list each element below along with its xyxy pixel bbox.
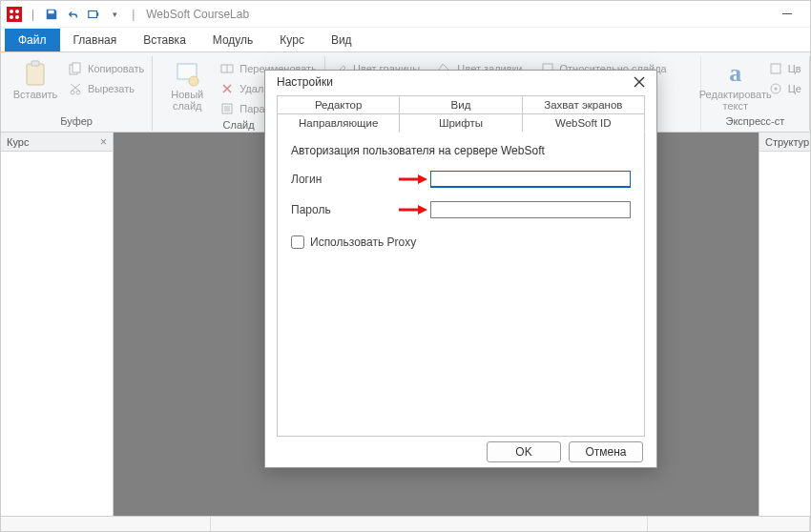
group-title-text: Экспресс-ст [709,113,801,129]
arrow-icon [396,204,430,215]
edit-text-label: Редактировать текст [699,89,772,112]
params-icon [219,101,235,116]
left-panel-title: Курс [7,136,29,148]
tab-home[interactable]: Главная [60,29,131,51]
text-a-icon: a [722,60,749,87]
copy-label: Копировать [88,63,144,74]
cancel-button[interactable]: Отмена [569,441,643,462]
cancel-label: Отмена [585,445,626,459]
svg-point-3 [15,15,19,19]
svg-marker-24 [418,205,427,215]
new-slide-label: Новый слайд [171,89,203,112]
cut-button[interactable]: Вырезать [68,80,144,97]
tab-course[interactable]: Курс [266,29,318,51]
login-input[interactable] [430,171,631,188]
clipboard-icon [22,60,49,87]
ribbon-group-text: a Редактировать текст Цв Це Экспресс-ст [701,56,810,131]
svg-rect-6 [27,64,44,85]
undo-icon[interactable] [65,7,80,22]
left-panel: Курс × [1,133,114,516]
use-proxy-row: Использовать Proxy [291,235,631,249]
dialog-tabs-row2: Направляющие Шрифты WebSoft ID [277,113,645,133]
arrow-icon [396,174,430,185]
delete-icon [219,81,235,96]
new-slide-icon [174,60,200,87]
tab-view[interactable]: Вид [399,95,522,113]
paste-label: Вставить [13,89,58,100]
edit-text-button[interactable]: a Редактировать текст [709,58,762,113]
text-color-label: Цв [788,63,801,74]
dialog-buttons: OK Отмена [265,437,656,467]
dialog-tabs-row1: Редактор Вид Захват экранов [277,95,645,113]
dialog-tabpanel: Авторизация пользователя на сервере WebS… [277,132,645,437]
password-label: Пароль [291,203,396,216]
copy-icon [68,61,83,76]
tab-insert[interactable]: Вставка [130,29,199,51]
qat-dropdown-icon[interactable]: ▾ [107,7,122,22]
paste-button[interactable]: Вставить [9,58,62,113]
tab-file[interactable]: Файл [5,29,60,51]
text-color-button[interactable]: Цв [768,60,801,77]
svg-point-0 [10,10,13,13]
text-target-label: Це [788,83,801,94]
use-proxy-checkbox[interactable] [291,235,304,249]
svg-point-13 [189,76,198,86]
svg-point-20 [774,88,777,91]
qat-separator: | [132,8,135,21]
text-target-button[interactable]: Це [768,80,801,97]
redo-icon[interactable] [86,7,101,22]
app-icon [7,7,22,22]
svg-rect-7 [31,61,39,66]
quick-access-toolbar: | ▾ | [28,7,138,22]
dialog-titlebar[interactable]: Настройки [265,71,656,93]
settings-dialog: Настройки Редактор Вид Захват экранов На… [264,70,657,468]
dialog-title: Настройки [277,75,333,89]
dialog-body: Редактор Вид Захват экранов Направляющие… [265,93,656,437]
tab-fonts[interactable]: Шрифты [399,113,522,133]
save-icon[interactable] [44,7,59,22]
svg-point-2 [10,15,13,19]
use-proxy-label: Использовать Proxy [310,235,416,249]
app-title: WebSoft CourseLab [146,8,249,21]
ok-label: OK [515,445,531,459]
qat-separator: | [31,8,34,21]
svg-point-1 [15,10,19,13]
right-panel: Структур [759,133,810,516]
copy-button[interactable]: Копировать [68,60,144,77]
right-panel-title: Структур [765,136,809,148]
password-input[interactable] [430,201,631,218]
minimize-button[interactable] [770,3,804,26]
close-icon[interactable] [630,72,649,92]
login-label: Логин [291,173,396,186]
rename-icon [219,61,235,76]
password-row: Пароль [291,201,631,218]
tab-websoft-id[interactable]: WebSoft ID [522,113,645,133]
tab-view[interactable]: Вид [318,29,365,51]
close-icon[interactable]: × [100,135,107,149]
svg-marker-22 [418,174,427,184]
group-title-buffer: Буфер [9,113,144,129]
statusbar [1,516,810,532]
svg-rect-5 [782,13,792,14]
tab-module[interactable]: Модуль [199,29,267,51]
scissors-icon [68,81,83,96]
svg-rect-4 [89,10,97,17]
right-panel-header: Структур [759,133,810,152]
right-panel-body [759,152,810,516]
ok-button[interactable]: OK [487,441,561,462]
cut-label: Вырезать [88,83,135,94]
svg-rect-9 [73,63,80,72]
target-icon [768,81,783,96]
svg-rect-18 [771,64,780,73]
left-panel-header: Курс × [1,133,113,152]
ribbon-group-buffer: Вставить Копировать Вырезать Буфер [1,56,153,131]
left-panel-body [1,152,113,516]
tab-editor[interactable]: Редактор [277,95,400,113]
ribbon-tabstrip: Файл Главная Вставка Модуль Курс Вид [1,28,810,52]
tab-screen-capture[interactable]: Захват экранов [522,95,645,113]
login-row: Логин [291,171,631,188]
text-color-icon [768,61,783,76]
auth-description: Авторизация пользователя на сервере WebS… [291,142,631,157]
new-slide-button[interactable]: Новый слайд [160,58,214,117]
tab-guides[interactable]: Направляющие [277,113,400,133]
